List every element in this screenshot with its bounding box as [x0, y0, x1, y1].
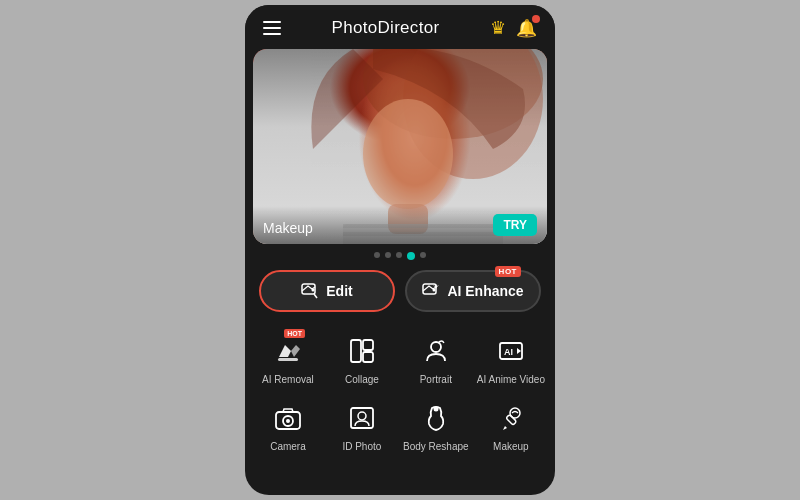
collage-label: Collage: [345, 374, 379, 385]
edit-button[interactable]: Edit: [259, 270, 395, 312]
header-icons: ♛ 🔔: [490, 17, 537, 39]
dot-3[interactable]: [396, 252, 402, 258]
try-button[interactable]: TRY: [493, 214, 537, 236]
edit-icon: [301, 282, 319, 300]
svg-point-2: [363, 99, 453, 209]
hero-overlay: Makeup TRY: [253, 206, 547, 244]
carousel-dots: [245, 244, 555, 266]
portrait-icon-wrap: [417, 332, 455, 370]
ai-enhance-label: AI Enhance: [447, 283, 523, 299]
svg-rect-11: [278, 358, 298, 361]
bell-icon[interactable]: 🔔: [516, 18, 537, 39]
phone-frame: PhotoDirector ♛ 🔔: [245, 5, 555, 495]
tool-makeup[interactable]: Makeup: [473, 391, 549, 458]
header: PhotoDirector ♛ 🔔: [245, 5, 555, 49]
svg-point-25: [510, 408, 520, 418]
dot-5[interactable]: [420, 252, 426, 258]
camera-label: Camera: [270, 441, 306, 452]
dot-1[interactable]: [374, 252, 380, 258]
svg-rect-21: [351, 408, 373, 428]
makeup-label: Makeup: [493, 441, 529, 452]
dot-2[interactable]: [385, 252, 391, 258]
tools-grid: HOT AI Removal Collage: [245, 320, 555, 464]
portrait-label: Portrait: [420, 374, 452, 385]
ai-removal-hot-badge: HOT: [284, 329, 305, 338]
tool-collage[interactable]: Collage: [325, 324, 399, 391]
tool-ai-anime-video[interactable]: AI AI Anime Video: [473, 324, 549, 391]
action-buttons-row: Edit HOT AI Enhance: [245, 266, 555, 320]
crown-icon[interactable]: ♛: [490, 17, 506, 39]
svg-point-10: [433, 289, 436, 292]
ai-anime-label: AI Anime Video: [477, 374, 545, 385]
app-title: PhotoDirector: [332, 18, 440, 38]
hero-image-area[interactable]: Makeup TRY: [253, 49, 547, 244]
svg-rect-13: [363, 340, 373, 350]
svg-text:AI: AI: [504, 347, 513, 357]
menu-icon[interactable]: [263, 21, 281, 35]
ai-enhance-hot-badge: HOT: [495, 266, 521, 277]
ai-removal-icon-wrap: HOT: [269, 332, 307, 370]
ai-removal-label: AI Removal: [262, 374, 314, 385]
tool-portrait[interactable]: Portrait: [399, 324, 473, 391]
edit-label: Edit: [326, 283, 352, 299]
hero-label: Makeup: [263, 220, 313, 236]
makeup-icon-wrap: [492, 399, 530, 437]
svg-point-15: [431, 342, 441, 352]
svg-rect-12: [351, 340, 361, 362]
tool-id-photo[interactable]: ID Photo: [325, 391, 399, 458]
collage-icon-wrap: [343, 332, 381, 370]
tool-ai-removal[interactable]: HOT AI Removal: [251, 324, 325, 391]
id-photo-icon-wrap: [343, 399, 381, 437]
camera-icon-wrap: [269, 399, 307, 437]
id-photo-label: ID Photo: [342, 441, 381, 452]
svg-point-23: [433, 407, 438, 412]
svg-point-8: [312, 289, 315, 292]
svg-point-22: [358, 412, 366, 420]
svg-point-20: [286, 419, 290, 423]
tool-body-reshape[interactable]: Body Reshape: [399, 391, 473, 458]
body-reshape-icon-wrap: [417, 399, 455, 437]
ai-enhance-icon: [422, 282, 440, 300]
ai-enhance-button[interactable]: HOT AI Enhance: [405, 270, 541, 312]
body-reshape-label: Body Reshape: [403, 441, 469, 452]
notification-badge: [532, 15, 540, 23]
svg-rect-14: [363, 352, 373, 362]
tool-camera[interactable]: Camera: [251, 391, 325, 458]
dot-4-active[interactable]: [407, 252, 415, 260]
ai-anime-icon-wrap: AI: [492, 332, 530, 370]
